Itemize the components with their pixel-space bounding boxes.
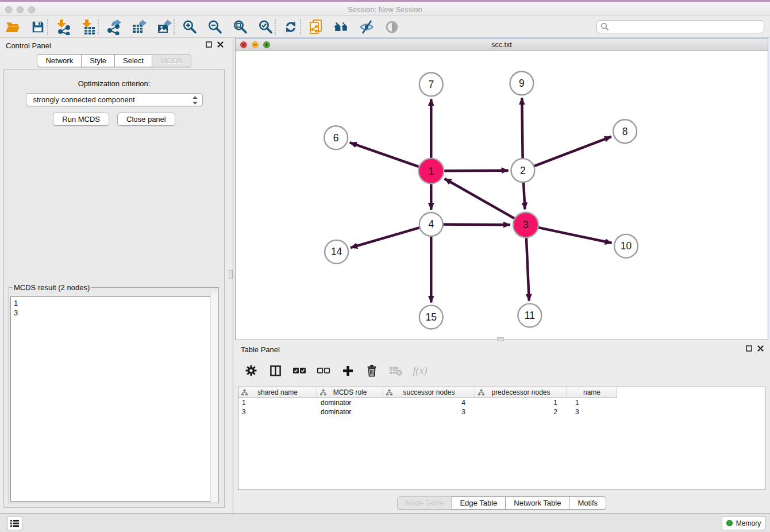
- import-table-button[interactable]: [80, 19, 97, 35]
- horizontal-split-grip[interactable]: [497, 337, 504, 341]
- node-table: shared name MCDS role successor nodes pr…: [238, 387, 765, 490]
- network-graph: 1234678910111415: [236, 51, 768, 340]
- copy-network-button[interactable]: [308, 19, 324, 35]
- export-image-button[interactable]: [156, 19, 172, 35]
- column-header-successor-nodes[interactable]: successor nodes: [383, 387, 475, 398]
- graph-node-label-15: 15: [426, 311, 437, 323]
- run-mcds-button[interactable]: Run MCDS: [53, 113, 109, 126]
- mcds-result-list[interactable]: 1 3: [10, 296, 217, 502]
- float-table-panel-icon[interactable]: [746, 345, 752, 352]
- tab-select[interactable]: Select: [115, 54, 152, 67]
- graph-edge-3-1[interactable]: [445, 179, 526, 225]
- panel-divider-handle[interactable]: [229, 270, 233, 279]
- column-header-mcds-role[interactable]: MCDS role: [317, 387, 383, 398]
- network-window-titlebar[interactable]: scc.txt: [236, 38, 768, 51]
- window-title: Session: New Session: [0, 5, 770, 14]
- zoom-fit-button[interactable]: [232, 19, 248, 35]
- control-panel: Control Panel Network Style Select MCDS …: [0, 38, 228, 513]
- zoom-in-button[interactable]: [182, 19, 198, 35]
- zoom-fit-icon: [232, 19, 248, 35]
- tab-edge-table[interactable]: Edge Table: [452, 496, 506, 510]
- refresh-view-button[interactable]: [283, 19, 299, 35]
- home-button[interactable]: [333, 19, 349, 35]
- import-network-icon: [55, 19, 71, 35]
- show-panel-disabled-button: [384, 19, 400, 35]
- select-all-columns-button[interactable]: [291, 363, 307, 379]
- toolbar-separator: [300, 19, 301, 35]
- open-session-button[interactable]: [5, 19, 21, 35]
- copy-network-icon: [308, 19, 324, 35]
- tab-node-table[interactable]: Node Table: [397, 496, 452, 510]
- graph-node-label-8: 8: [622, 126, 628, 137]
- zoom-out-button[interactable]: [207, 19, 223, 35]
- add-column-button[interactable]: [340, 363, 356, 379]
- tab-network[interactable]: Network: [37, 54, 82, 67]
- criterion-select[interactable]: strongly connected component: [26, 93, 203, 106]
- import-table-icon: [80, 19, 97, 35]
- panel-divider[interactable]: [228, 38, 235, 513]
- column-type-icon: [320, 390, 326, 396]
- export-network-button[interactable]: [106, 19, 122, 35]
- graph-node-label-4: 4: [428, 218, 434, 230]
- eye-slash-icon: [359, 19, 375, 35]
- graph-node-label-3: 3: [523, 219, 529, 230]
- graph-node-label-1: 1: [428, 165, 434, 177]
- tab-network-table[interactable]: Network Table: [506, 496, 569, 510]
- delete-table-button: [388, 363, 404, 379]
- delete-column-button[interactable]: [364, 363, 380, 379]
- table-settings-button[interactable]: [243, 363, 259, 379]
- graph-node-label-10: 10: [621, 240, 632, 252]
- result-scrollbar[interactable]: [210, 292, 218, 502]
- toolbar-separator: [47, 19, 48, 35]
- search-icon: [600, 22, 609, 31]
- export-image-icon: [156, 19, 172, 35]
- hide-panel-button[interactable]: [359, 19, 375, 35]
- graph-edge-4-14[interactable]: [351, 224, 431, 248]
- graph-node-label-9: 9: [519, 78, 525, 89]
- toolbar-separator: [98, 19, 99, 35]
- column-header-predecessor-nodes[interactable]: predecessor nodes: [475, 387, 567, 398]
- graph-node-label-2: 2: [520, 165, 526, 176]
- memory-label: Memory: [736, 519, 761, 527]
- export-table-button[interactable]: [131, 19, 147, 35]
- toolbar-search: [596, 20, 764, 33]
- search-input[interactable]: [596, 20, 764, 33]
- unchecked-boxes-icon: [317, 365, 330, 376]
- export-network-icon: [106, 19, 122, 35]
- criterion-select-value: strongly connected component: [33, 95, 135, 104]
- mcds-result-title: MCDS result (2 nodes): [13, 283, 91, 292]
- tab-motifs[interactable]: Motifs: [569, 496, 606, 510]
- network-canvas[interactable]: 1234678910111415: [236, 51, 768, 340]
- task-history-button[interactable]: [7, 516, 22, 530]
- close-table-panel-icon[interactable]: [757, 345, 764, 352]
- save-session-button[interactable]: [30, 19, 46, 35]
- mcds-result-group: MCDS result (2 nodes) 1 3: [9, 283, 219, 503]
- open-folder-icon: [5, 19, 21, 35]
- zoom-selected-button[interactable]: [257, 19, 274, 35]
- graph-node-label-7: 7: [428, 79, 434, 90]
- zoom-selected-icon: [257, 19, 274, 35]
- mcds-panel: Optimization criterion: strongly connect…: [3, 69, 225, 508]
- toolbar-separator: [275, 19, 276, 35]
- table-row[interactable]: 3 dominator 3 2 3: [238, 407, 765, 417]
- columns-icon: [270, 365, 282, 377]
- trash-icon: [366, 364, 378, 377]
- eye-disabled-icon: [384, 19, 400, 35]
- memory-button[interactable]: Memory: [722, 516, 765, 530]
- close-panel-icon[interactable]: [217, 41, 224, 48]
- toggle-columns-button[interactable]: [267, 363, 283, 379]
- table-panel: Table Panel: [235, 342, 768, 513]
- tab-style[interactable]: Style: [82, 54, 115, 67]
- optimization-criterion-label: Optimization criterion:: [4, 79, 224, 88]
- table-row[interactable]: 1 dominator 4 1 1: [238, 398, 765, 407]
- toolbar-separator: [174, 19, 175, 35]
- import-network-button[interactable]: [55, 19, 71, 35]
- home-icon: [333, 19, 349, 35]
- column-header-shared-name[interactable]: shared name: [238, 387, 317, 398]
- graph-edge-2-8[interactable]: [523, 137, 611, 171]
- deselect-all-columns-button[interactable]: [315, 363, 332, 379]
- close-panel-button[interactable]: Close panel: [117, 113, 175, 126]
- float-panel-icon[interactable]: [206, 41, 212, 48]
- tab-mcds[interactable]: MCDS: [152, 54, 191, 67]
- column-header-name[interactable]: name: [567, 387, 617, 398]
